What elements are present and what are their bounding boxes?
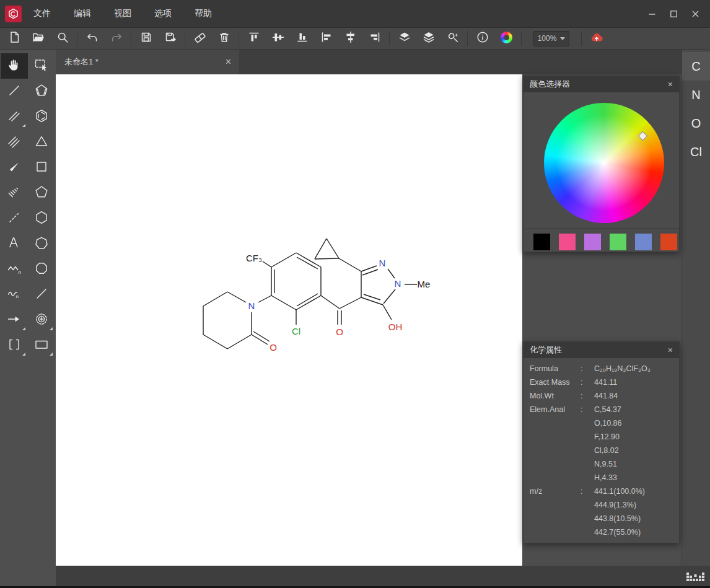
bond[interactable] [263, 261, 271, 267]
align-top-button[interactable] [242, 29, 266, 48]
menu-view[interactable]: 视图 [114, 8, 131, 19]
bond[interactable] [271, 296, 296, 310]
bond[interactable] [339, 258, 361, 271]
bond[interactable] [321, 296, 340, 309]
atom-label[interactable]: OH [388, 322, 403, 332]
tab-close-icon[interactable]: × [226, 57, 231, 67]
align-bottom-button[interactable] [290, 29, 314, 48]
atom-label[interactable]: N [248, 301, 255, 311]
delete-button[interactable] [212, 29, 236, 48]
element-oxygen-button[interactable]: O [682, 109, 710, 138]
align-left-button[interactable] [314, 29, 338, 48]
swatch-blue[interactable] [635, 234, 652, 250]
bond[interactable] [315, 239, 327, 259]
bond[interactable] [315, 258, 339, 259]
swatch-purple[interactable] [584, 234, 601, 250]
line-tool[interactable] [28, 282, 55, 307]
bond[interactable] [252, 335, 268, 344]
charge-tool[interactable] [28, 307, 55, 333]
bond[interactable] [361, 297, 383, 305]
chain-tool[interactable]: n [1, 257, 28, 282]
align-center-button[interactable] [338, 29, 362, 48]
bond[interactable] [297, 294, 318, 306]
bond[interactable] [203, 292, 227, 306]
cyclopropane-ring-tool[interactable] [28, 129, 55, 155]
cyclooctane-ring-tool[interactable] [28, 257, 55, 282]
element-chlorine-button[interactable]: Cl [682, 138, 710, 166]
bond[interactable] [383, 289, 395, 304]
eraser-button[interactable] [188, 29, 212, 48]
bond[interactable] [227, 292, 246, 302]
rectangle-tool[interactable] [28, 333, 55, 358]
zoom-search-button[interactable] [50, 29, 74, 48]
menu-options[interactable]: 选项 [154, 8, 172, 19]
chemical-properties-header[interactable]: 化学属性 × [524, 342, 679, 358]
minimize-button[interactable] [646, 7, 658, 20]
arrow-tool[interactable] [1, 307, 28, 333]
polymer-tool[interactable]: n [1, 282, 28, 307]
cyclohexane-ring-tool[interactable] [28, 206, 55, 231]
color-picker-header[interactable]: 颜色选择器 × [524, 76, 679, 92]
bond[interactable] [388, 269, 395, 278]
menu-edit[interactable]: 编辑 [74, 8, 91, 19]
single-bond-tool[interactable] [1, 79, 28, 104]
select-tool[interactable] [28, 53, 55, 79]
bond[interactable] [258, 296, 271, 302]
atom-label[interactable]: N [395, 278, 401, 289]
color-wheel-button[interactable] [494, 29, 519, 48]
atom-label[interactable]: N [379, 258, 386, 268]
cyclopentadiene-ring-tool[interactable] [28, 79, 55, 104]
color-wheel[interactable] [544, 103, 664, 223]
periodic-table-icon[interactable] [686, 568, 706, 586]
close-button[interactable] [689, 7, 701, 20]
swatch-red[interactable] [660, 234, 677, 250]
bond[interactable] [227, 335, 252, 349]
dashed-bond-tool[interactable] [1, 206, 28, 231]
info-button[interactable] [470, 29, 494, 48]
color-picker-close-icon[interactable]: × [668, 80, 673, 89]
bring-forward-button[interactable] [392, 29, 416, 48]
clean-structure-button[interactable] [440, 29, 465, 48]
atom-label[interactable]: O [336, 327, 343, 337]
open-file-button[interactable] [26, 29, 50, 48]
atom-label[interactable]: Cl [292, 326, 300, 336]
pan-tool[interactable] [1, 53, 28, 79]
atom-label[interactable]: CF₃ [246, 253, 262, 263]
bracket-tool[interactable] [1, 333, 28, 358]
wedge-bond-tool[interactable] [1, 155, 28, 180]
bond[interactable] [296, 296, 321, 310]
swatch-green[interactable] [610, 234, 626, 250]
swatch-black[interactable] [533, 234, 550, 250]
atom-label[interactable]: Me [418, 279, 431, 289]
save-button[interactable] [134, 29, 158, 48]
chemical-properties-close-icon[interactable]: × [668, 346, 673, 354]
zoom-level-select[interactable]: 100% [533, 31, 569, 46]
cyclopentane-ring-tool[interactable] [28, 180, 55, 206]
undo-button[interactable] [80, 29, 104, 48]
atom-label[interactable]: O [270, 342, 277, 353]
element-carbon-button[interactable]: C [682, 52, 710, 81]
align-middle-button[interactable] [266, 29, 290, 48]
hash-wedge-bond-tool[interactable] [1, 180, 28, 206]
menu-file[interactable]: 文件 [33, 8, 51, 19]
bond[interactable] [340, 297, 361, 309]
save-as-button[interactable] [158, 29, 182, 48]
text-tool[interactable] [1, 231, 28, 257]
send-backward-button[interactable] [416, 29, 440, 48]
double-bond-tool[interactable] [1, 104, 28, 129]
swatch-pink[interactable] [559, 234, 576, 250]
align-right-button[interactable] [362, 29, 387, 48]
new-document-button[interactable] [2, 29, 26, 48]
bond[interactable] [253, 331, 270, 341]
cloud-upload-button[interactable] [584, 29, 608, 48]
drawing-canvas[interactable]: CF₃NOClONNMeOH [56, 74, 522, 566]
tab-untitled-document[interactable]: 未命名1 * × [56, 50, 239, 74]
bond[interactable] [383, 305, 392, 320]
menu-help[interactable]: 帮助 [195, 8, 212, 19]
molecule-structure[interactable]: CF₃NOClONNMeOH [56, 74, 522, 566]
element-nitrogen-button[interactable]: N [682, 81, 710, 109]
bond[interactable] [203, 335, 227, 349]
cyclobutane-ring-tool[interactable] [28, 155, 55, 180]
bond[interactable] [327, 239, 339, 258]
cycloheptane-ring-tool[interactable] [28, 231, 55, 257]
